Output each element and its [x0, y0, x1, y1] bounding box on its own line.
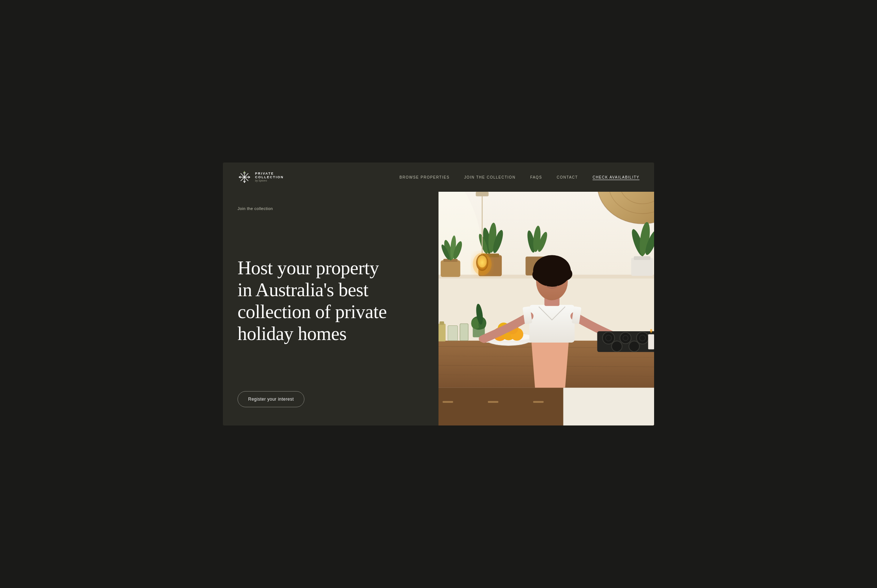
nav-contact[interactable]: CONTACT [557, 175, 578, 179]
headline-line3: collection of private [237, 301, 387, 322]
svg-point-84 [479, 335, 489, 343]
svg-point-99 [629, 341, 640, 352]
hero-text-block: Host your property in Australia's best c… [237, 211, 424, 391]
nav-browse-properties[interactable]: BROWSE PROPERTIES [399, 175, 449, 179]
svg-rect-104 [648, 334, 654, 349]
headline-line1: Host your property [237, 258, 379, 278]
logo[interactable]: PRIVATE COLLECTION by Spicers [237, 170, 284, 184]
svg-point-108 [650, 329, 652, 333]
svg-point-98 [612, 341, 622, 352]
main-content: Join the collection Host your property i… [223, 192, 654, 426]
svg-rect-36 [631, 258, 653, 276]
nav-faqs[interactable]: FAQS [530, 175, 542, 179]
svg-point-96 [620, 332, 631, 344]
nav-join-collection[interactable]: JOIN THE COLLECTION [464, 175, 516, 179]
svg-rect-63 [448, 326, 458, 340]
website-container: PRIVATE COLLECTION by Spicers BROWSE PRO… [223, 162, 654, 426]
svg-rect-112 [488, 401, 499, 403]
svg-point-95 [602, 332, 615, 344]
svg-point-91 [537, 257, 567, 273]
svg-point-50 [478, 255, 487, 267]
logo-line2: COLLECTION [255, 176, 284, 179]
svg-rect-64 [460, 324, 469, 340]
left-panel: Join the collection Host your property i… [223, 192, 438, 426]
svg-rect-37 [634, 256, 650, 260]
svg-rect-110 [563, 388, 654, 426]
nav-links: BROWSE PROPERTIES JOIN THE COLLECTION FA… [399, 175, 578, 179]
register-interest-button[interactable]: Register your interest [237, 391, 304, 407]
svg-point-97 [637, 332, 649, 344]
svg-rect-61 [438, 324, 446, 342]
svg-rect-24 [441, 260, 460, 277]
svg-rect-47 [476, 192, 488, 196]
svg-rect-62 [440, 321, 444, 325]
hero-image [438, 192, 654, 426]
logo-text: PRIVATE COLLECTION by Spicers [255, 172, 284, 182]
logo-icon [237, 170, 251, 184]
hero-headline: Host your property in Australia's best c… [237, 257, 387, 344]
navigation: PRIVATE COLLECTION by Spicers BROWSE PRO… [223, 162, 654, 192]
kitchen-scene-svg [438, 192, 654, 426]
svg-rect-83 [530, 305, 575, 343]
svg-rect-111 [443, 401, 453, 403]
logo-line3: by Spicers [255, 179, 284, 182]
check-availability-link[interactable]: CHECK AVAILABILITY [593, 175, 640, 179]
headline-line4: holiday homes [237, 323, 347, 344]
headline-line2: in Australia's best [237, 279, 368, 300]
svg-rect-113 [533, 401, 544, 403]
breadcrumb: Join the collection [237, 206, 424, 211]
browser-window: PRIVATE COLLECTION by Spicers BROWSE PRO… [194, 141, 683, 447]
